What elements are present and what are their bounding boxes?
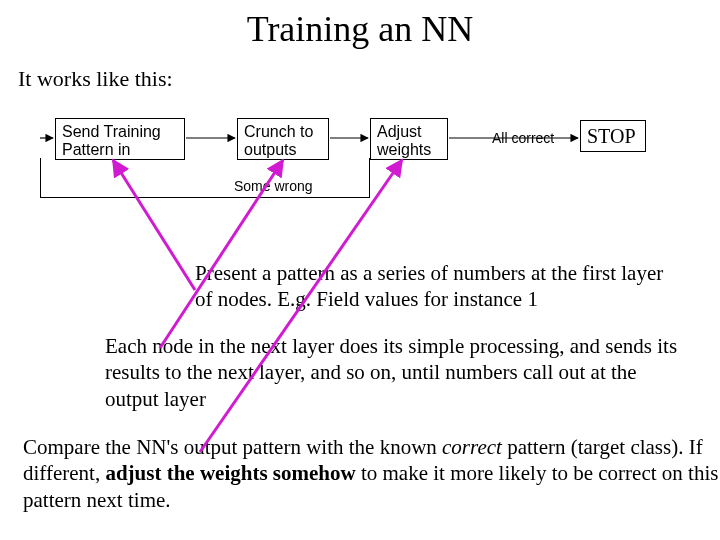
- intro-line: It works like this:: [18, 66, 173, 92]
- paragraph-1: Present a pattern as a series of numbers…: [195, 260, 675, 313]
- para3-bold-adjust: adjust the weights somehow: [105, 461, 355, 485]
- flow-box-send: Send Training Pattern in: [55, 118, 185, 160]
- flow-label-allcorrect: All correct: [492, 130, 554, 146]
- flow-diagram: Send Training Pattern in Crunch to outpu…: [0, 116, 720, 206]
- para3-italic-correct: correct: [442, 435, 502, 459]
- page-title: Training an NN: [0, 8, 720, 50]
- paragraph-3: Compare the NN's output pattern with the…: [23, 434, 720, 513]
- flow-box-crunch: Crunch to outputs: [237, 118, 329, 160]
- flow-label-somewrong: Some wrong: [234, 178, 313, 194]
- para3-part-a: Compare the NN's output pattern with the…: [23, 435, 442, 459]
- flow-box-stop: STOP: [580, 120, 646, 152]
- paragraph-2: Each node in the next layer does its sim…: [105, 333, 695, 412]
- feedback-loop-frame: [40, 158, 370, 198]
- flow-box-adjust: Adjust weights: [370, 118, 448, 160]
